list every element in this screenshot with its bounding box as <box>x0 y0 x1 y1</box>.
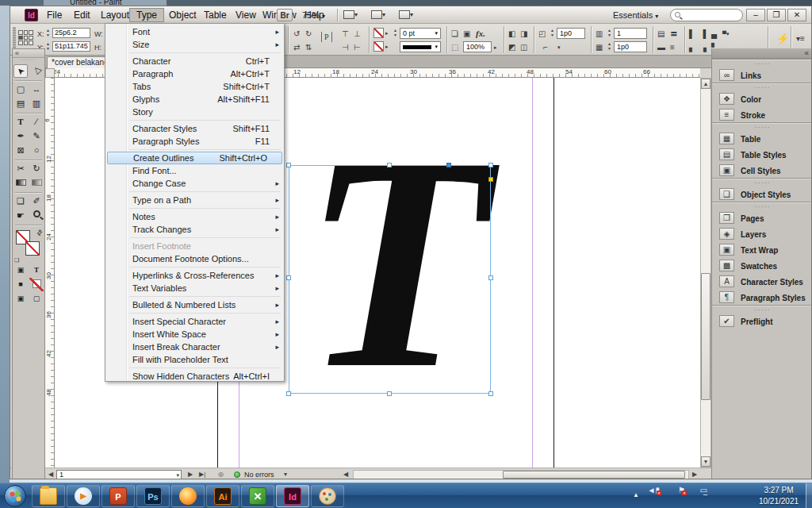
fill-arrow-icon[interactable]: ▸ <box>385 28 389 38</box>
ruler-origin-box[interactable] <box>45 68 55 78</box>
effects-button[interactable]: fx. <box>476 29 485 39</box>
flip-vertical-icon[interactable]: ⇅ <box>305 42 312 52</box>
stroke-weight-field[interactable]: 0 pt▾ <box>400 28 441 39</box>
opacity-arrow-icon[interactable]: ▸ <box>494 42 497 52</box>
x-stepper[interactable]: ▲▼ <box>45 28 51 38</box>
preflight-dropdown-icon[interactable]: ▾ <box>284 471 287 478</box>
note-tool[interactable]: ❏ <box>13 194 28 208</box>
menu-item[interactable]: Insert Special Character <box>105 315 284 328</box>
handle-top-center[interactable] <box>387 163 392 167</box>
menu-item[interactable]: Insert Break Character <box>105 341 284 353</box>
vertical-scroll-thumb[interactable] <box>701 273 710 400</box>
menu-item[interactable]: Create Outlines Shift+Ctrl+O <box>107 152 282 164</box>
ellipse-tool[interactable]: ○ <box>29 144 44 157</box>
eyedropper-tool[interactable]: ✐ <box>29 194 44 208</box>
direct-selection-tool[interactable]: ▷ <box>29 64 44 78</box>
menu-item[interactable]: Document Footnote Options... <box>105 252 284 265</box>
distribute-bottom-icon[interactable]: ⊥ <box>354 29 361 39</box>
gutter-field[interactable]: 1p0 <box>614 41 647 52</box>
content-collector-tool[interactable]: ▤ <box>13 97 28 110</box>
center-content-icon[interactable]: ◩ <box>508 42 515 52</box>
scroll-down-button[interactable]: ▼ <box>701 456 710 467</box>
span-columns-icon[interactable]: ▤ <box>657 29 665 39</box>
distribute-right-icon[interactable]: ⊢ <box>354 42 361 52</box>
menu-item[interactable]: Text Variables <box>105 282 284 294</box>
fit-content-icon[interactable]: ◧ <box>508 29 515 39</box>
type-tool[interactable]: T <box>13 115 28 129</box>
free-transform-tool[interactable]: ↻ <box>29 162 44 175</box>
handle-mid-left[interactable] <box>286 275 291 280</box>
handle-top-solid[interactable] <box>446 163 451 167</box>
default-fill-stroke-icon[interactable]: ❏ <box>14 257 19 264</box>
h-scroll-right-button[interactable]: ▶ <box>692 471 697 478</box>
preview-mode-dropdown[interactable]: ▢ <box>29 292 44 306</box>
rectangle-frame-tool[interactable]: ⊠ <box>13 144 28 157</box>
stroke-color-none[interactable] <box>25 241 40 256</box>
normal-view-mode[interactable]: ▣ <box>13 292 28 306</box>
show-desktop-button[interactable] <box>806 483 812 508</box>
arrange-documents-dropdown[interactable]: ▾ <box>399 10 423 21</box>
menu-item[interactable]: Notes <box>105 210 284 223</box>
h-scroll-left-button[interactable]: ◀ <box>343 471 348 478</box>
next-page-button[interactable]: ▶ <box>188 471 193 478</box>
screen-mode-dropdown[interactable]: ▾ <box>371 10 395 21</box>
formatting-affects-text[interactable]: T <box>29 264 44 277</box>
fit-proportional-icon[interactable]: ◫ <box>520 42 527 52</box>
horizontal-scroll-thumb[interactable] <box>503 471 685 479</box>
menu-edit[interactable]: Edit <box>67 8 97 22</box>
stroke-style-dropdown[interactable]: ▾ <box>400 41 441 52</box>
columns-stepper[interactable]: ▲▼ <box>607 28 612 38</box>
page-number-box[interactable]: 1▾ <box>56 470 182 479</box>
corner-shape-icon[interactable]: ⌐ <box>543 42 548 52</box>
menu-item[interactable]: Paragraph Alt+Ctrl+T <box>105 67 284 80</box>
bridge-button[interactable]: Br <box>277 9 293 21</box>
taskbar-app-button[interactable] <box>171 485 205 507</box>
menu-item[interactable]: Find Font... <box>105 164 284 177</box>
menu-item[interactable]: Font <box>105 25 284 38</box>
hand-tool[interactable]: ☛ <box>13 209 28 222</box>
distribute-v-icon[interactable]: ▗ <box>700 42 707 52</box>
dock-panel-button[interactable]: ¶ Paragraph Styles <box>712 289 812 305</box>
scissors-tool[interactable]: ✂ <box>13 162 28 175</box>
align-more-icon[interactable]: ▀▾ <box>722 29 729 39</box>
menu-item[interactable]: Size <box>105 38 284 51</box>
menu-type[interactable]: Type <box>129 8 164 22</box>
handle-mid-right[interactable] <box>488 275 493 280</box>
taskbar-app-button[interactable]: Id <box>276 485 309 507</box>
taskbar-app-button[interactable]: Ps <box>136 485 170 507</box>
x-field[interactable]: 25p6.2 <box>52 28 90 38</box>
content-placer-tool[interactable]: ▥ <box>29 97 44 110</box>
taskbar-app-button[interactable]: ▶ <box>67 485 100 507</box>
quick-apply-icon[interactable]: ⚡ <box>776 33 789 44</box>
menu-item[interactable]: Story <box>105 106 284 118</box>
menu-item[interactable]: Bulleted & Numbered Lists <box>105 298 284 311</box>
menu-item[interactable]: Character Styles Shift+F11 <box>105 122 284 135</box>
horizontal-scrollbar[interactable] <box>353 470 689 479</box>
page-tool[interactable]: ▢ <box>13 83 28 96</box>
search-input[interactable] <box>670 9 743 21</box>
menu-item[interactable]: Insert Footnote <box>105 240 284 252</box>
menu-table[interactable]: Table <box>197 8 233 22</box>
y-stepper[interactable]: ▲▼ <box>45 41 51 52</box>
apply-none-button[interactable] <box>29 278 44 291</box>
dock-header[interactable]: « <box>712 48 812 59</box>
formatting-affects-container[interactable]: ▣ <box>13 264 28 277</box>
gutter-stepper[interactable]: ▲▼ <box>607 41 612 52</box>
scroll-up-button[interactable]: ▲ <box>701 79 710 89</box>
align-left-icon[interactable]: ▌ <box>689 29 695 39</box>
stroke-arrow-icon[interactable]: ▸ <box>385 41 389 52</box>
menu-item[interactable]: Tabs Shift+Ctrl+T <box>105 80 284 93</box>
menu-item[interactable]: Insert White Space <box>105 328 284 341</box>
menu-item[interactable]: Fill with Placeholder Text <box>105 353 284 366</box>
selected-text-frame[interactable] <box>289 165 491 394</box>
expand-panels-icon[interactable]: « <box>804 48 809 57</box>
preflight-menu-icon[interactable]: ◎ <box>218 471 224 478</box>
dock-panel-button[interactable]: ▤ Table Styles <box>712 146 812 162</box>
volume-muted-icon[interactable]: ◄▮✕ <box>648 486 660 495</box>
columns-field[interactable]: 1 <box>614 28 647 39</box>
distribute-h-icon[interactable]: ▖ <box>689 42 695 52</box>
maximize-button[interactable]: ❐ <box>767 9 786 21</box>
network-icon[interactable]: ▭̲ <box>700 486 707 495</box>
zoom-tool[interactable] <box>29 209 44 222</box>
action-center-flag-icon[interactable]: ⚑✕ <box>678 486 685 495</box>
